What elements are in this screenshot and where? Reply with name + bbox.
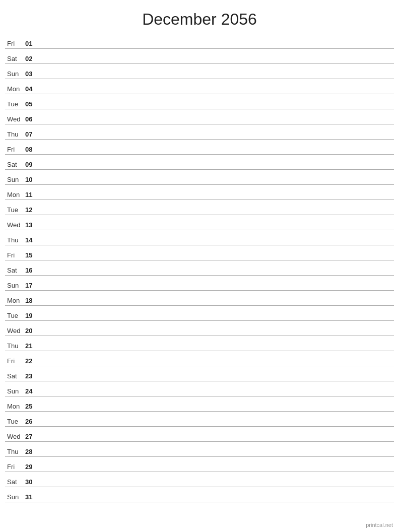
day-name: Mon <box>5 403 25 410</box>
day-name: Thu <box>5 448 25 455</box>
day-number: 02 <box>25 55 39 62</box>
day-line <box>39 425 394 425</box>
day-number: 10 <box>25 176 39 183</box>
day-line <box>39 364 394 365</box>
table-row: Sat09 <box>5 155 394 170</box>
day-name: Wed <box>5 327 25 335</box>
table-row: Mon11 <box>5 185 394 200</box>
day-number: 21 <box>25 342 39 350</box>
day-name: Fri <box>5 146 25 153</box>
table-row: Sun10 <box>5 170 394 185</box>
day-line <box>39 274 394 274</box>
day-name: Tue <box>5 312 25 319</box>
day-name: Thu <box>5 236 25 244</box>
day-name: Fri <box>5 463 25 471</box>
table-row: Sat30 <box>5 472 394 487</box>
day-name: Thu <box>5 342 25 350</box>
day-name: Wed <box>5 221 25 229</box>
day-name: Sat <box>5 372 25 380</box>
day-line <box>39 410 394 410</box>
day-number: 09 <box>25 161 39 168</box>
day-number: 22 <box>25 357 39 365</box>
table-row: Thu21 <box>5 336 394 351</box>
day-line <box>39 319 394 319</box>
day-number: 08 <box>25 146 39 153</box>
day-line <box>39 394 394 395</box>
day-line <box>39 77 394 78</box>
day-number: 05 <box>25 100 39 108</box>
day-line <box>39 289 394 289</box>
day-number: 24 <box>25 387 39 395</box>
day-line <box>39 379 394 380</box>
table-row: Thu14 <box>5 230 394 245</box>
table-row: Tue26 <box>5 412 394 427</box>
table-row: Sun31 <box>5 487 394 502</box>
table-row: Thu07 <box>5 124 394 140</box>
day-number: 01 <box>25 40 39 47</box>
table-row: Sat23 <box>5 366 394 381</box>
day-name: Fri <box>5 357 25 365</box>
day-line <box>39 440 394 440</box>
day-line <box>39 62 394 62</box>
day-number: 17 <box>25 282 39 289</box>
day-number: 04 <box>25 85 39 93</box>
day-name: Fri <box>5 251 25 259</box>
day-line <box>39 153 394 153</box>
table-row: Fri01 <box>5 34 394 49</box>
day-name: Mon <box>5 191 25 198</box>
day-line <box>39 47 394 47</box>
day-line <box>39 138 394 138</box>
table-row: Sun24 <box>5 381 394 396</box>
day-line <box>39 92 394 93</box>
table-row: Wed13 <box>5 215 394 230</box>
day-name: Sat <box>5 161 25 168</box>
day-name: Tue <box>5 418 25 425</box>
day-number: 07 <box>25 130 39 138</box>
table-row: Fri08 <box>5 140 394 155</box>
day-name: Tue <box>5 206 25 214</box>
day-line <box>39 500 394 501</box>
day-name: Wed <box>5 433 25 440</box>
day-number: 11 <box>25 191 39 198</box>
day-number: 15 <box>25 251 39 259</box>
day-number: 16 <box>25 267 39 274</box>
day-line <box>39 304 394 304</box>
day-line <box>39 198 394 198</box>
table-row: Tue05 <box>5 94 394 109</box>
day-name: Mon <box>5 85 25 93</box>
day-name: Sun <box>5 70 25 78</box>
day-name: Fri <box>5 40 25 47</box>
day-name: Wed <box>5 115 25 123</box>
table-row: Sat02 <box>5 49 394 64</box>
day-line <box>39 334 394 335</box>
day-number: 18 <box>25 297 39 304</box>
table-row: Fri15 <box>5 245 394 260</box>
day-name: Sun <box>5 387 25 395</box>
day-name: Tue <box>5 100 25 108</box>
day-name: Sat <box>5 478 25 486</box>
day-line <box>39 258 394 259</box>
day-line <box>39 213 394 214</box>
table-row: Sat16 <box>5 260 394 276</box>
table-row: Mon18 <box>5 291 394 306</box>
day-number: 31 <box>25 493 39 501</box>
day-line <box>39 228 394 229</box>
table-row: Tue12 <box>5 200 394 215</box>
day-line <box>39 349 394 350</box>
day-number: 06 <box>25 115 39 123</box>
day-name: Sun <box>5 493 25 501</box>
day-number: 19 <box>25 312 39 319</box>
table-row: Fri29 <box>5 457 394 472</box>
day-name: Sat <box>5 267 25 274</box>
page-title: December 2056 <box>0 0 399 34</box>
table-row: Tue19 <box>5 306 394 321</box>
table-row: Sun17 <box>5 276 394 291</box>
day-number: 13 <box>25 221 39 229</box>
day-number: 14 <box>25 236 39 244</box>
day-number: 12 <box>25 206 39 214</box>
table-row: Thu28 <box>5 442 394 457</box>
table-row: Fri22 <box>5 351 394 366</box>
day-name: Sun <box>5 282 25 289</box>
day-name: Thu <box>5 130 25 138</box>
table-row: Wed27 <box>5 427 394 442</box>
